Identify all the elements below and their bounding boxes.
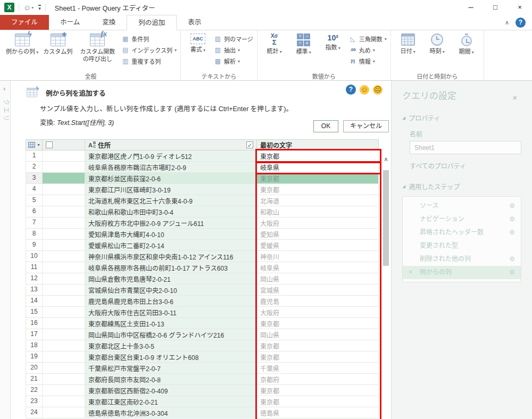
gear-icon[interactable]: ⚙ [509, 253, 515, 266]
value-cell[interactable]: 東京都 [257, 351, 379, 363]
address-cell[interactable]: 鹿児島県鹿児島市田上台3-0-6 [85, 296, 257, 307]
value-cell[interactable]: 千葉県 [257, 363, 379, 374]
row-select-cell[interactable] [43, 217, 85, 229]
all-properties-link[interactable]: すべてのプロパティ [410, 161, 521, 170]
applied-steps-section-header[interactable]: ◢ 適用したステップ [402, 182, 521, 191]
value-cell[interactable]: 東京都 [257, 340, 379, 351]
address-column-header[interactable]: ABC 住所 ✓ [85, 139, 257, 150]
value-cell[interactable]: 神奈川 [257, 251, 379, 262]
extract-button[interactable]: ▨抽出▾ [214, 46, 253, 54]
value-cell[interactable]: 大阪府 [257, 307, 379, 318]
query-name-input[interactable] [410, 141, 521, 154]
applied-step[interactable]: ×例からの列⚙ [403, 266, 521, 279]
value-cell[interactable]: 宮城県 [257, 284, 379, 296]
gear-icon[interactable]: ⚙ [509, 213, 515, 226]
delete-step-icon[interactable]: × [409, 266, 412, 279]
value-cell[interactable]: 東京都 [257, 318, 379, 329]
address-cell[interactable]: 宮城県仙台市青葉区中央2-0-10 [85, 284, 257, 296]
trigonometry-button[interactable]: ◺三角関数▾ [349, 35, 387, 43]
tab-view[interactable]: 表示 [177, 15, 212, 30]
row-select-cell[interactable] [43, 206, 85, 217]
custom-column-button[interactable]: ∗カスタム列 [42, 32, 73, 56]
table-corner-menu[interactable]: ▾ [26, 139, 43, 150]
scientific-button[interactable]: 10²指数 ▾ [320, 32, 346, 52]
maximize-button[interactable]: □ [483, 0, 508, 15]
address-cell[interactable]: 岡山県倉敷市児島唐琴2-0-21 [85, 273, 257, 284]
format-button[interactable]: ABC書式 ▾ [185, 32, 211, 54]
value-cell[interactable]: 愛媛県 [257, 240, 379, 251]
row-select-cell[interactable] [43, 262, 85, 273]
row-select-cell[interactable] [43, 184, 85, 195]
expand-queries-chevron-icon[interactable]: › [3, 85, 10, 93]
applied-step[interactable]: 変更された型 [403, 239, 521, 253]
dialog-help-icon[interactable]: ? [346, 85, 356, 95]
value-cell[interactable]: 徳島県 [257, 407, 379, 418]
address-cell[interactable]: 岐阜県各務原市各務山の前町1-0-17 アトラス603 [85, 262, 257, 273]
address-cell[interactable]: 東京都台東区台東1-0-9 オリエント608 [85, 351, 257, 363]
value-cell[interactable]: 岡山県 [257, 273, 379, 284]
help-icon[interactable]: ? [516, 18, 526, 28]
new-column-header[interactable]: 最初の文字 [257, 139, 379, 150]
value-cell[interactable]: 北海道 [257, 195, 379, 206]
value-cell[interactable]: 岡山県 [257, 329, 379, 340]
applied-step[interactable]: ナビゲーション⚙ [403, 213, 521, 226]
queries-pane-collapsed[interactable]: › クエリ [0, 81, 11, 419]
panel-close-icon[interactable]: × [512, 95, 517, 101]
value-cell[interactable]: 岐阜県 [257, 162, 379, 173]
address-cell[interactable]: 京都府長岡京市友岡2-0-8 [85, 374, 257, 385]
address-cell[interactable]: 大阪府枚方市北中振2-0-9 アジュール611 [85, 217, 257, 229]
applied-step[interactable]: ソース⚙ [403, 199, 521, 213]
row-select-cell[interactable] [43, 329, 85, 340]
value-cell[interactable]: 鹿児島 [257, 296, 379, 307]
row-select-cell[interactable] [43, 296, 85, 307]
address-cell[interactable]: 東京都新宿区西新宿2-0-409 [85, 385, 257, 396]
address-cell[interactable]: 東京都江東区南砂2-0-21 [85, 396, 257, 407]
quick-access-toolbar-menu-icon[interactable]: ▾ [38, 5, 41, 11]
gear-icon[interactable]: ⚙ [509, 266, 515, 279]
row-select-cell[interactable] [43, 173, 85, 184]
address-cell[interactable]: 東京都北区上十条3-0-5 [85, 340, 257, 351]
row-select-cell[interactable] [43, 396, 85, 407]
duplicate-column-button[interactable]: ▥重複する列 [121, 57, 177, 65]
row-select-cell[interactable] [43, 351, 85, 363]
scrollbar-thumb[interactable] [383, 170, 389, 266]
tab-file[interactable]: ファイル [0, 15, 49, 30]
row-select-cell[interactable] [43, 307, 85, 318]
row-select-cell[interactable] [43, 195, 85, 206]
value-cell[interactable]: 東京都 [257, 184, 379, 195]
table-scrollbar[interactable]: ∧ [382, 150, 390, 419]
value-cell[interactable]: 和歌山 [257, 206, 379, 217]
statistics-button[interactable]: XσΣ統計 ▾ [261, 32, 288, 55]
time-button[interactable]: 時刻 ▾ [424, 32, 451, 55]
cancel-button[interactable]: キャンセル [343, 120, 389, 132]
parse-button[interactable]: ▩解析▾ [214, 57, 253, 65]
address-cell[interactable]: 東京都杉並区南荻窪2-0-6 [85, 173, 257, 184]
address-cell[interactable]: 千葉県松戸市常盤平2-0-7 [85, 363, 257, 374]
row-select-cell[interactable] [43, 284, 85, 296]
address-cell[interactable]: 岡山県岡山市中区桜橋2-0-6 グランドハイツ216 [85, 329, 257, 340]
tab-home[interactable]: ホーム [49, 15, 91, 30]
value-cell[interactable]: 東京都 [257, 385, 379, 396]
value-cell[interactable]: 京都府 [257, 374, 379, 385]
conditional-column-button[interactable]: ▦条件列 [121, 35, 177, 43]
index-column-button[interactable]: ▤インデックス列▾ [121, 46, 177, 54]
address-cell[interactable]: 愛知県津島市大縄町4-0-10 [85, 229, 257, 240]
header-checkbox-checked[interactable]: ✓ [246, 141, 253, 148]
rounding-button[interactable]: .00丸め▾ [349, 46, 387, 54]
date-button[interactable]: 日付 ▾ [395, 32, 421, 55]
row-select-cell[interactable] [43, 240, 85, 251]
applied-step[interactable]: 削除された他の列⚙ [403, 253, 521, 266]
feedback-smiley-icon[interactable]: ☺▾ [23, 3, 34, 12]
row-select-cell[interactable] [43, 251, 85, 262]
row-select-cell[interactable] [43, 318, 85, 329]
information-button[interactable]: [i]情報▾ [349, 57, 387, 65]
address-cell[interactable]: 愛媛県松山市二番町2-0-14 [85, 240, 257, 251]
column-from-examples-button[interactable]: ϟ例からの列 ▾ [5, 32, 39, 56]
value-cell[interactable]: 東京都 [257, 173, 379, 184]
duration-button[interactable]: 期間 ▾ [453, 32, 480, 56]
standard-button[interactable]: +−÷×標準 ▾ [290, 32, 317, 56]
gear-icon[interactable]: ⚙ [509, 226, 515, 239]
address-cell[interactable]: 神奈川県横浜市泉区和泉中央南1-0-12 アインス116 [85, 251, 257, 262]
row-select-cell[interactable] [43, 162, 85, 173]
address-cell[interactable]: 北海道札幌市東区北三十六条東4-0-9 [85, 195, 257, 206]
